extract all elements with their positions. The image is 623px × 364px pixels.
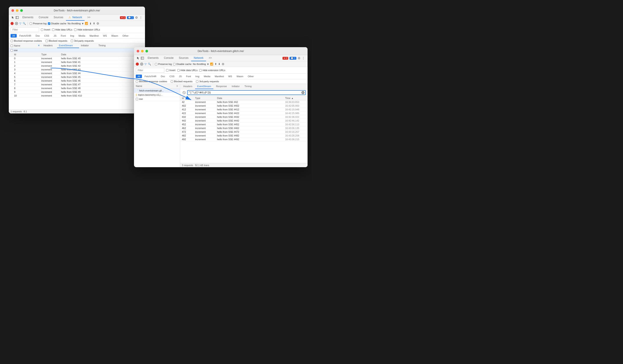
col-headers-tab-1[interactable]: Headers <box>42 43 57 48</box>
filter-input-2[interactable] <box>136 68 164 73</box>
event-row[interactable]: 6 increment hello from SSE #6 16:3 <box>9 79 145 83</box>
clear-button-1[interactable] <box>15 22 18 25</box>
event-row[interactable]: 402 increment hello from SSE #402 16:42:… <box>180 104 308 108</box>
event-row[interactable]: 442 increment hello from SSE #442 16:42:… <box>180 119 308 123</box>
event-row[interactable]: 1 increment hello from SSE #1 16:3 <box>9 60 145 64</box>
disable-cache-checkbox-1[interactable]: Disable cache <box>48 22 66 25</box>
type-css-1[interactable]: CSS <box>43 34 51 38</box>
tab-more-2[interactable]: >> <box>206 55 214 61</box>
panel-tab-initiator[interactable]: Initiator <box>230 84 242 89</box>
type-doc-2[interactable]: Doc <box>159 75 167 78</box>
type-manifest-2[interactable]: Manifest <box>213 75 226 78</box>
type-all-1[interactable]: All <box>11 34 17 38</box>
type-ws-2[interactable]: WS <box>226 75 234 78</box>
close-button-2[interactable] <box>137 50 139 52</box>
col-timing-1[interactable]: Timing <box>97 43 110 48</box>
cursor-tool-icon[interactable] <box>11 16 15 19</box>
type-manifest-1[interactable]: Manifest <box>88 34 100 38</box>
filter-icon-2[interactable]: ▽ <box>145 62 147 66</box>
throttling-select-1[interactable]: No throttling <box>68 22 81 25</box>
hide-ext-urls-checkbox-2[interactable]: Hide extension URLs <box>199 69 225 72</box>
type-font-1[interactable]: Font <box>59 34 67 38</box>
third-party-1[interactable]: 3rd-party requests <box>71 40 94 42</box>
invert-checkbox-1[interactable]: Invert <box>41 28 50 31</box>
event-row[interactable]: 0 increment hello from SSE #0 16:3 <box>9 57 145 60</box>
type-img-2[interactable]: Img <box>194 75 201 78</box>
network-settings-icon-1[interactable]: ⚙ <box>96 22 99 25</box>
event-row[interactable]: 8 increment hello from SSE #8 16:3 <box>9 86 145 90</box>
record-button-2[interactable] <box>136 62 139 66</box>
type-ws-1[interactable]: WS <box>101 34 109 38</box>
tab-elements-2[interactable]: Elements <box>145 55 161 61</box>
event-row[interactable]: 3 increment hello from SSE #3 16:3 <box>9 68 145 72</box>
throttling-select-2[interactable]: No throttling <box>193 63 206 65</box>
preserve-log-checkbox-1[interactable]: Preserve log <box>30 22 46 25</box>
settings-icon-2[interactable]: ⚙ <box>298 56 301 60</box>
download-icon-1[interactable]: ⬇ <box>93 22 95 25</box>
search-icon-1[interactable]: 🔍 <box>23 22 26 25</box>
event-row[interactable]: 432 increment hello from SSE #432 16:42:… <box>180 115 308 119</box>
type-other-1[interactable]: Other <box>121 34 130 38</box>
throttling-chevron-1[interactable]: ▾ <box>82 22 84 25</box>
tab-elements-1[interactable]: Elements <box>20 15 36 21</box>
disable-cache-checkbox-2[interactable]: Disable cache <box>173 63 192 65</box>
event-row[interactable]: 42 increment hello from SSE #42 16:36:03… <box>180 100 308 104</box>
clear-regex-button[interactable]: ✕ <box>301 91 305 94</box>
minimize-button-1[interactable] <box>16 9 19 12</box>
preserve-log-checkbox-2[interactable]: Preserve log <box>155 63 172 65</box>
more-icon-1[interactable]: ⋮ <box>139 16 142 19</box>
hide-ext-urls-checkbox-1[interactable]: Hide extension URLs <box>74 28 100 31</box>
panel-tab-response[interactable]: Response <box>214 84 229 89</box>
event-row[interactable]: 4 increment hello from SSE #4 16:3 <box>9 72 145 75</box>
close-col-icon[interactable]: ✕ <box>176 85 178 88</box>
blocked-requests-1[interactable]: Blocked requests <box>45 40 67 42</box>
type-wasm-2[interactable]: Wasm <box>235 75 245 78</box>
col-eventstream-1[interactable]: EventStream <box>57 43 79 48</box>
tab-more-1[interactable]: >> <box>85 15 93 21</box>
event-row[interactable]: 5 increment hello from SSE #5 16:3 <box>9 75 145 79</box>
type-all-2[interactable]: All <box>136 75 142 78</box>
sse-request-row[interactable]: sse <box>9 48 145 52</box>
blocked-response-2[interactable]: Blocked response cookies <box>136 80 167 83</box>
event-row[interactable]: 9 increment hello from SSE #9 16:3 <box>9 90 145 94</box>
panel-tab-headers[interactable]: Headers <box>181 84 195 89</box>
clear-button-2[interactable] <box>140 62 143 66</box>
event-row[interactable]: 482 increment hello from SSE #482 16:43:… <box>180 134 308 138</box>
type-js-2[interactable]: JS <box>177 75 183 78</box>
panel-icon-2[interactable] <box>141 56 144 60</box>
filter-input-1[interactable] <box>11 27 39 32</box>
regex-filter-input[interactable] <box>188 91 301 94</box>
type-other-2[interactable]: Other <box>246 75 255 78</box>
tab-console-1[interactable]: Console <box>36 15 51 21</box>
cursor-tool-icon-2[interactable] <box>137 56 140 60</box>
filter-icon-1[interactable]: ▽ <box>19 22 21 25</box>
close-button-1[interactable] <box>11 9 14 12</box>
event-row[interactable]: 462 increment hello from SSE #462 16:43:… <box>180 126 308 130</box>
type-doc-1[interactable]: Doc <box>34 34 42 38</box>
type-media-2[interactable]: Media <box>202 75 212 78</box>
net-row-fetch[interactable]: 📄 fetch-eventstream.gli... <box>134 89 180 93</box>
upload-icon-2[interactable]: ⬆ <box>215 62 217 66</box>
panel-tab-timing[interactable]: Timing <box>242 84 254 89</box>
tab-network-2[interactable]: Network <box>191 55 206 61</box>
type-js-1[interactable]: JS <box>52 34 58 38</box>
type-media-1[interactable]: Media <box>77 34 87 38</box>
net-row-sse[interactable]: sse <box>134 97 180 101</box>
event-row[interactable]: 2 increment hello from SSE #2 16:3 <box>9 64 145 68</box>
net-row-topics[interactable]: {} topics-taxonomy-v1.j... <box>134 93 180 97</box>
blocked-requests-2[interactable]: Blocked requests <box>171 80 192 83</box>
event-row[interactable]: 7 increment hello from SSE #7 16:3 <box>9 83 145 86</box>
search-icon-2[interactable]: 🔍 <box>148 62 151 66</box>
event-row[interactable]: 492 increment hello from SSE #492 16:43:… <box>180 138 308 141</box>
event-row[interactable]: 10 increment hello from SSE #10 16:3 <box>9 94 145 98</box>
maximize-button-2[interactable] <box>145 50 148 52</box>
panel-icon[interactable] <box>15 16 19 19</box>
sort-icon[interactable]: ▲ <box>291 97 293 99</box>
regex-clear-icon[interactable] <box>182 90 186 95</box>
tab-sources-1[interactable]: Sources <box>51 15 66 21</box>
type-font-2[interactable]: Font <box>184 75 193 78</box>
maximize-button-1[interactable] <box>20 9 23 12</box>
invert-checkbox-2[interactable]: Invert <box>166 69 176 72</box>
col-close-1[interactable]: ✕ <box>37 43 42 48</box>
panel-tab-eventstream[interactable]: EventStream <box>195 84 214 89</box>
